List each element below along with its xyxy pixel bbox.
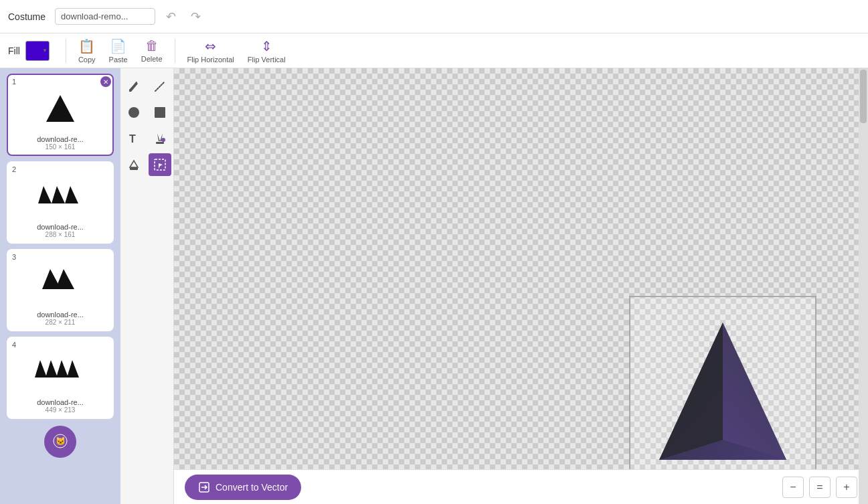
svg-rect-20 <box>156 142 164 144</box>
toolbar-divider-2 <box>175 39 175 63</box>
costume-thumb-svg-2 <box>37 183 84 210</box>
zoom-in-button[interactable]: + <box>836 477 857 498</box>
canvas-container[interactable] <box>174 68 868 469</box>
tools-row-2 <box>122 101 171 124</box>
costume-sidebar: 1 ✕ download-re... 150 × 161 2 download-… <box>0 68 120 504</box>
text-tool[interactable]: T <box>122 127 145 150</box>
circle-icon <box>127 106 141 119</box>
fill-arrow-icon: ▼ <box>42 48 48 54</box>
svg-rect-17 <box>155 107 165 118</box>
svg-marker-3 <box>65 186 78 203</box>
costume-name-4: download-re... <box>12 398 108 406</box>
svg-marker-6 <box>35 360 47 377</box>
costume-num-1: 1 <box>12 78 16 86</box>
toolbar-divider-1 <box>66 39 66 63</box>
flip-vertical-button[interactable]: ⇕ Flip Vertical <box>241 35 292 66</box>
tools-panel: T <box>120 68 174 504</box>
costume-label: Costume <box>8 11 46 22</box>
text-icon: T <box>127 132 141 145</box>
delete-button[interactable]: 🗑 Delete <box>135 35 169 66</box>
costume-item-1[interactable]: 1 ✕ download-re... 150 × 161 <box>7 74 114 156</box>
costume-thumb-svg-1 <box>44 92 77 126</box>
top-bar: Costume ↶ ↷ <box>0 0 868 33</box>
canvas-scrollbar-handle[interactable] <box>860 70 867 123</box>
line-icon <box>153 80 167 93</box>
bottom-bar: Convert to Vector − = + <box>174 469 868 504</box>
tools-row-4 <box>122 153 171 176</box>
fill-color-button[interactable]: ▼ <box>25 41 50 61</box>
costume-thumb-svg-4 <box>33 357 87 388</box>
flip-horizontal-button[interactable]: ⇔ Flip Horizontal <box>181 35 241 66</box>
costume-thumb-svg-3 <box>37 266 84 303</box>
svg-marker-0 <box>46 95 74 122</box>
svg-marker-9 <box>67 360 79 377</box>
pencil-icon <box>127 80 141 93</box>
paste-icon: 📄 <box>110 38 126 54</box>
convert-to-vector-button[interactable]: Convert to Vector <box>185 475 301 500</box>
fill-label: Fill <box>8 46 20 56</box>
eraser-icon <box>127 158 141 171</box>
convert-icon <box>198 481 210 493</box>
paste-button[interactable]: 📄 Paste <box>102 35 135 66</box>
delete-icon: 🗑 <box>145 38 159 54</box>
svg-text:T: T <box>129 133 136 145</box>
costume-name-1: download-re... <box>12 135 108 143</box>
select-icon <box>153 158 167 171</box>
rect-tool[interactable] <box>149 101 171 124</box>
flip-v-icon: ⇕ <box>261 38 272 54</box>
svg-rect-23 <box>130 167 138 170</box>
canvas-background[interactable] <box>174 68 868 469</box>
costume-preview-3 <box>12 261 108 308</box>
select-tool[interactable] <box>149 153 171 176</box>
main-content: 1 ✕ download-re... 150 × 161 2 download-… <box>0 68 868 504</box>
costume-size-1: 150 × 161 <box>12 143 108 151</box>
costume-name-3: download-re... <box>12 311 108 319</box>
svg-marker-8 <box>56 360 68 377</box>
convert-label: Convert to Vector <box>215 482 288 493</box>
costume-preview-1 <box>12 86 108 133</box>
svg-marker-1 <box>38 186 52 203</box>
fill-tool[interactable] <box>149 127 171 150</box>
costume-size-4: 449 × 213 <box>12 406 108 414</box>
undo-button[interactable]: ↶ <box>162 7 180 27</box>
add-costume-button[interactable]: + 🐱 <box>44 426 76 458</box>
zoom-out-button[interactable]: − <box>782 477 804 498</box>
fill-section: Fill ▼ <box>8 41 50 61</box>
canvas-scrollbar-vertical[interactable] <box>859 68 868 504</box>
svg-marker-2 <box>52 186 65 203</box>
pencil-tool[interactable] <box>122 75 145 98</box>
toolbar-row: Fill ▼ 📋 Copy 📄 Paste 🗑 Delete ⇔ Flip Ho… <box>0 33 868 68</box>
costume-num-4: 4 <box>12 341 16 349</box>
svg-marker-7 <box>46 360 58 377</box>
eraser-tool[interactable] <box>122 153 145 176</box>
costume-preview-4 <box>12 349 108 396</box>
tools-row-3: T <box>122 127 171 150</box>
tools-row-1 <box>122 75 171 98</box>
costume-item-4[interactable]: 4 download-re... 449 × 213 <box>7 337 114 419</box>
costume-preview-2 <box>12 173 108 220</box>
costume-num-2: 2 <box>12 165 16 173</box>
zoom-controls: − = + <box>782 477 857 498</box>
svg-marker-25 <box>159 163 163 169</box>
canvas-selection-box <box>629 296 816 469</box>
redo-button[interactable]: ↷ <box>187 7 205 27</box>
costume-size-2: 288 × 161 <box>12 231 108 238</box>
svg-marker-22 <box>130 161 138 167</box>
line-tool[interactable] <box>149 75 171 98</box>
costume-item-2[interactable]: 2 download-re... 288 × 161 <box>7 161 114 244</box>
costume-name-2: download-re... <box>12 223 108 231</box>
svg-marker-14 <box>129 82 138 92</box>
svg-point-21 <box>161 138 165 142</box>
add-icon: + 🐱 <box>52 433 68 449</box>
costume-delete-1[interactable]: ✕ <box>100 76 111 87</box>
copy-button[interactable]: 📋 Copy <box>72 35 102 66</box>
rect-icon <box>153 106 167 119</box>
circle-tool[interactable] <box>122 101 145 124</box>
copy-icon: 📋 <box>78 38 95 54</box>
costume-name-input[interactable] <box>55 8 155 25</box>
costume-size-3: 282 × 211 <box>12 319 108 326</box>
svg-text:🐱: 🐱 <box>56 436 66 446</box>
costume-item-3[interactable]: 3 download-re... 282 × 211 <box>7 249 114 331</box>
flip-h-icon: ⇔ <box>205 38 216 54</box>
zoom-reset-button[interactable]: = <box>809 477 831 498</box>
